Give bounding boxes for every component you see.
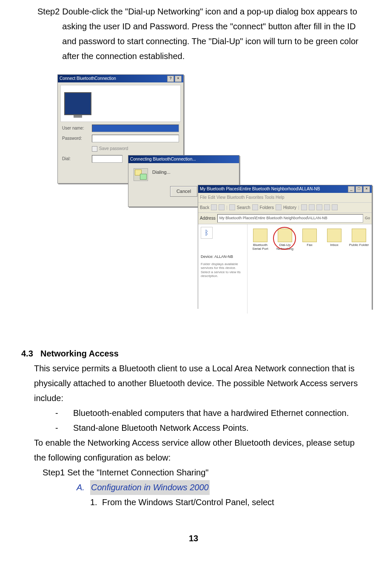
connect-titlebar: Connect BluetoothConnection ? ×: [58, 75, 183, 82]
cancel-button[interactable]: Cancel: [170, 186, 197, 197]
explorer-icon-pane: Bluetooth Serial Port Dial-Up Networking…: [248, 224, 372, 314]
step2-label: Step2: [37, 4, 60, 64]
delete-icon[interactable]: [316, 204, 322, 210]
sub-a-label: A.: [77, 480, 90, 495]
save-password-row: Save password: [92, 145, 183, 153]
help-icon[interactable]: ?: [167, 76, 174, 82]
move-icon[interactable]: [301, 204, 307, 210]
minimize-icon[interactable]: _: [348, 186, 355, 192]
explorer-sidebar: ᛒ Device: ALLAN-NB Folder displays avail…: [198, 224, 248, 314]
dialup-networking-item[interactable]: Dial-Up Networking: [275, 229, 295, 251]
password-label: Password:: [62, 135, 92, 142]
explorer-window: My Bluetooth Places\Entire Bluetooth Nei…: [198, 185, 372, 309]
save-password-checkbox[interactable]: [92, 146, 97, 152]
sub-1-label: 1.: [90, 495, 102, 510]
username-label: User name:: [62, 124, 92, 132]
explorer-toolbar: Back | Search Folders History |: [198, 203, 372, 213]
sub-1-text: From the Windows Start/Control Panel, se…: [102, 495, 274, 510]
public-folder-item[interactable]: Public Folder: [349, 229, 369, 247]
search-button[interactable]: Search: [237, 204, 250, 212]
sidebar-description: Folder displays available services for t…: [201, 262, 245, 278]
inbox-label: Inbox: [324, 243, 344, 247]
inbox-item[interactable]: Inbox: [324, 229, 344, 247]
maximize-icon[interactable]: □: [356, 186, 362, 192]
folders-button[interactable]: Folders: [260, 204, 274, 212]
bullet-dash: -: [55, 421, 73, 435]
bullet-dash: -: [55, 406, 73, 421]
dialing-status: Dialing...: [152, 168, 171, 176]
username-input[interactable]: [92, 124, 179, 132]
close-icon[interactable]: ×: [175, 76, 182, 82]
bluetooth-icon: ᛒ: [201, 227, 213, 239]
folder-icon: [327, 229, 341, 242]
public-folder-label: Public Folder: [349, 243, 369, 247]
address-label: Address: [200, 215, 216, 222]
section-title: Networking Access: [40, 346, 119, 361]
bullet-1: Bluetooth-enabled computers that have a …: [73, 406, 349, 421]
dialup-networking-label: Dial-Up Networking: [275, 243, 295, 251]
step2-body: Double-click the "Dial-up Networking" ic…: [62, 4, 366, 64]
explorer-title: My Bluetooth Places\Entire Bluetooth Nei…: [200, 185, 320, 193]
history-icon[interactable]: [276, 204, 282, 210]
connecting-title: Connecting BluetoothConnection...: [130, 155, 196, 163]
step1-text: Set the "Internet Connection Sharing": [67, 465, 208, 480]
section-number: 4.3: [21, 346, 40, 361]
folder-icon: [253, 229, 267, 242]
undo-icon[interactable]: [324, 204, 330, 210]
address-input[interactable]: My Bluetooth Places\Entire Bluetooth Nei…: [217, 214, 363, 223]
dial-input[interactable]: [92, 155, 122, 163]
page-number: 13: [21, 531, 366, 546]
sub-a-text: Configuration in Windows 2000: [90, 480, 210, 495]
address-bar: Address My Bluetooth Places\Entire Bluet…: [198, 213, 372, 224]
explorer-menubar[interactable]: File Edit View Bluetooth Favorites Tools…: [198, 193, 372, 203]
section-paragraph-1: This service permits a Bluetooth client …: [34, 361, 366, 406]
dialog-banner: [60, 85, 181, 122]
up-icon[interactable]: [219, 204, 225, 210]
explorer-titlebar: My Bluetooth Places\Entire Bluetooth Nei…: [198, 185, 372, 193]
history-button[interactable]: History: [283, 204, 296, 212]
screenshot-figure: Connect BluetoothConnection ? × User nam…: [57, 74, 366, 334]
folder-icon: [352, 229, 366, 242]
serial-port-item[interactable]: Bluetooth Serial Port: [250, 229, 270, 251]
serial-port-label: Bluetooth Serial Port: [250, 243, 270, 251]
folder-icon: [278, 229, 292, 242]
dial-label: Dial:: [62, 155, 92, 163]
step1-label: Step1: [43, 465, 65, 480]
section-paragraph-2: To enable the Networking Access service …: [34, 435, 366, 465]
views-icon[interactable]: [332, 204, 338, 210]
password-input[interactable]: [92, 135, 179, 142]
forward-icon[interactable]: [211, 204, 217, 210]
folder-icon: [302, 229, 317, 242]
modem-icon: [134, 168, 148, 181]
back-button[interactable]: Back: [200, 204, 209, 212]
sidebar-device: Device: ALLAN-NB: [201, 254, 245, 260]
fax-label: Fax: [299, 243, 320, 247]
folders-icon[interactable]: [252, 204, 258, 210]
copy-icon[interactable]: [309, 204, 315, 210]
monitor-icon: [64, 92, 91, 115]
connect-title: Connect BluetoothConnection: [60, 75, 116, 82]
fax-item[interactable]: Fax: [299, 229, 320, 247]
go-button[interactable]: Go: [365, 215, 370, 222]
close-icon[interactable]: ×: [363, 186, 370, 192]
search-icon[interactable]: [229, 204, 235, 210]
save-password-label: Save password: [99, 146, 128, 151]
bullet-2: Stand-alone Bluetooth Network Access Poi…: [73, 421, 248, 435]
connecting-titlebar: Connecting BluetoothConnection...: [128, 155, 239, 163]
